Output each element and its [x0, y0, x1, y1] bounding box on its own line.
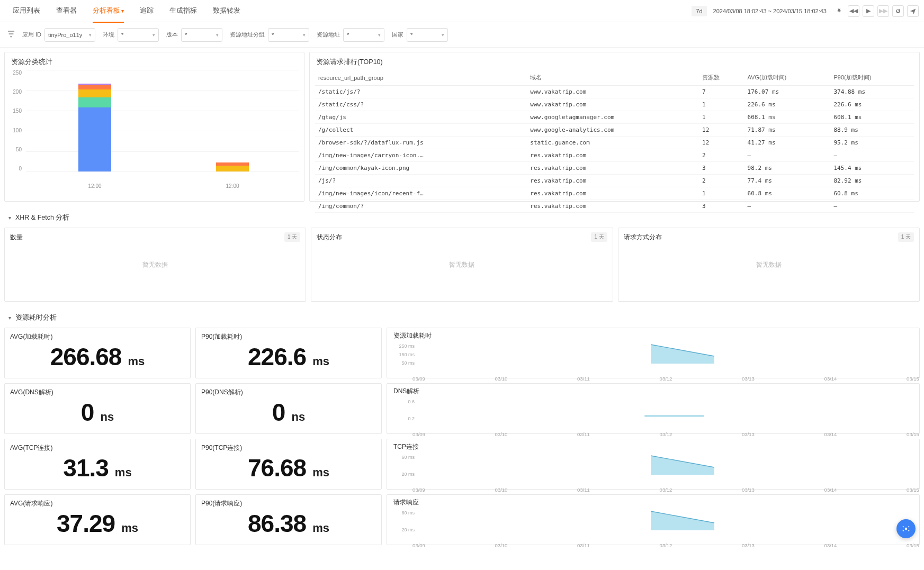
table-cell: static.guance.com: [527, 137, 699, 149]
table-row[interactable]: /static/css/?www.vakatrip.com1226.6 ms22…: [315, 98, 914, 111]
timeline-panel: 资源加载耗时 250 ms150 ms50 ms 03/0903/1003/11…: [387, 328, 920, 378]
metric-value: 37.29: [57, 509, 115, 538]
table-cell: /g/collect: [315, 124, 527, 137]
y-tick: 150: [8, 108, 22, 114]
table-cell: res.vakatrip.com: [527, 187, 699, 200]
x-tick: 03/10: [495, 542, 508, 548]
chevron-down-icon: ▾: [8, 215, 11, 221]
urlgroup-label: 资源地址分组: [230, 31, 265, 39]
url-select[interactable]: *▾: [343, 28, 384, 42]
table-cell: 374.88 ms: [830, 86, 914, 98]
env-select[interactable]: *▾: [118, 28, 159, 42]
share-icon[interactable]: [907, 5, 919, 17]
table-cell: /browser-sdk/?/dataflux-rum.js: [315, 137, 527, 149]
version-select[interactable]: *▾: [181, 28, 222, 42]
table-row[interactable]: /gtag/jswww.googletagmanager.com1608.1 m…: [315, 111, 914, 124]
stacked-bar-chart: 250200150100500 12:0012:00: [5, 70, 304, 186]
metric-unit: ms: [312, 355, 329, 368]
table-row[interactable]: /js/?res.vakatrip.com277.4 ms82.92 ms: [315, 175, 914, 187]
column-header: 域名: [527, 70, 699, 86]
xhr-panel: 状态分布1 天暂无数据: [311, 228, 613, 302]
x-tick: 03/15: [907, 487, 919, 493]
y-tick: 0.6: [393, 399, 415, 404]
table-cell: —: [830, 149, 914, 162]
metric-unit: ns: [100, 410, 114, 424]
timeline-chart: 0.60.2: [393, 397, 913, 423]
x-tick: 03/15: [907, 376, 919, 382]
refresh-icon[interactable]: [892, 5, 904, 17]
metric-label: P90(TCP连接): [201, 444, 376, 453]
timeline-title: DNS解析: [393, 387, 913, 396]
url-label: 资源地址: [317, 31, 340, 39]
table-cell: 2: [699, 149, 744, 162]
x-tick: 03/10: [495, 376, 508, 382]
time-controls: 7d 2024/03/08 18:02:43 ~ 2024/03/15 18:0…: [692, 5, 919, 17]
tab-forward[interactable]: 数据转发: [213, 0, 240, 23]
table-row[interactable]: /g/collectwww.google-analytics.com1271.8…: [315, 124, 914, 137]
y-axis: 250200150100500: [8, 70, 22, 171]
svg-point-8: [908, 530, 909, 531]
table-cell: —: [830, 200, 914, 213]
x-tick: 03/12: [660, 487, 672, 493]
top10-table: resource_url_path_group域名资源数AVG(加载时间)P90…: [310, 70, 919, 213]
table-row[interactable]: /img/new-images/icon/recent-f…res.vakatr…: [315, 187, 914, 200]
step-back-icon[interactable]: ◀◀: [848, 5, 859, 17]
table-cell: 1: [699, 187, 744, 200]
filter-icon[interactable]: [7, 30, 15, 39]
pin-icon[interactable]: [833, 5, 845, 17]
no-data-text: 暂无数据: [618, 228, 919, 301]
table-cell: 3: [699, 200, 744, 213]
metric-p90: P90(TCP连接)76.68ms: [195, 439, 382, 490]
time-range[interactable]: 2024/03/08 18:02:43 ~ 2024/03/15 18:02:4…: [710, 6, 830, 16]
x-tick: 03/10: [495, 431, 508, 437]
app-id-select[interactable]: tinyPro_o11y▾: [44, 28, 95, 42]
table-cell: 1: [699, 111, 744, 124]
x-tick: 03/12: [660, 431, 672, 437]
xhr-panel: 数量1 天暂无数据: [4, 228, 306, 302]
y-tick: 200: [8, 89, 22, 95]
x-tick: 03/14: [824, 487, 837, 493]
tab-viewer[interactable]: 查看器: [56, 0, 77, 23]
bar-column[interactable]: [216, 162, 249, 171]
table-row[interactable]: /img/common/?res.vakatrip.com3——: [315, 200, 914, 213]
table-cell: /static/css/?: [315, 98, 527, 111]
tab-app-list[interactable]: 应用列表: [13, 0, 40, 23]
play-icon[interactable]: ▶: [863, 5, 874, 17]
tab-trace[interactable]: 追踪: [140, 0, 154, 23]
top10-panel: 资源请求排行(TOP10) resource_url_path_group域名资…: [309, 52, 920, 202]
metric-unit: ms: [115, 466, 132, 479]
table-cell: www.vakatrip.com: [527, 86, 699, 98]
step-forward-icon[interactable]: ▶▶: [877, 5, 889, 17]
y-tick: 100: [8, 128, 22, 133]
resource-timing-section-header[interactable]: ▾ 资源耗时分析: [4, 307, 920, 328]
tab-dashboard[interactable]: 分析看板▾: [93, 0, 124, 23]
table-row[interactable]: /img/new-images/carryon-icon.…res.vakatr…: [315, 149, 914, 162]
x-tick: 03/12: [660, 542, 672, 548]
bar-column[interactable]: [78, 84, 111, 171]
time-preset[interactable]: 7d: [692, 6, 706, 16]
table-cell: 95.2 ms: [830, 137, 914, 149]
table-cell: 176.07 ms: [744, 86, 831, 98]
table-row[interactable]: /browser-sdk/?/dataflux-rum.jsstatic.gua…: [315, 137, 914, 149]
y-tick: 250 ms: [393, 343, 415, 349]
table-cell: /gtag/js: [315, 111, 527, 124]
urlgroup-select[interactable]: *▾: [268, 28, 309, 42]
metric-value: 266.68: [50, 342, 122, 371]
timeline-title: 资源加载耗时: [393, 331, 913, 340]
metric-value: 31.3: [63, 454, 109, 482]
tab-metrics[interactable]: 生成指标: [169, 0, 197, 23]
section-title: XHR & Fetch 分析: [15, 213, 69, 222]
assist-fab[interactable]: [896, 519, 916, 538]
metric-unit: ms: [312, 466, 329, 479]
table-cell: 88.9 ms: [830, 124, 914, 137]
svg-point-4: [905, 528, 908, 530]
chevron-down-icon: ▾: [121, 8, 124, 14]
table-row[interactable]: /img/common/kayak-icon.pngres.vakatrip.c…: [315, 162, 914, 175]
y-tick: 20 ms: [393, 527, 415, 532]
chevron-down-icon: ▾: [89, 32, 92, 38]
table-cell: /static/js/?: [315, 86, 527, 98]
table-cell: res.vakatrip.com: [527, 200, 699, 213]
country-select[interactable]: *▾: [407, 28, 448, 42]
table-row[interactable]: /static/js/?www.vakatrip.com7176.07 ms37…: [315, 86, 914, 98]
timeline-chart: 60 ms20 ms: [393, 453, 913, 479]
